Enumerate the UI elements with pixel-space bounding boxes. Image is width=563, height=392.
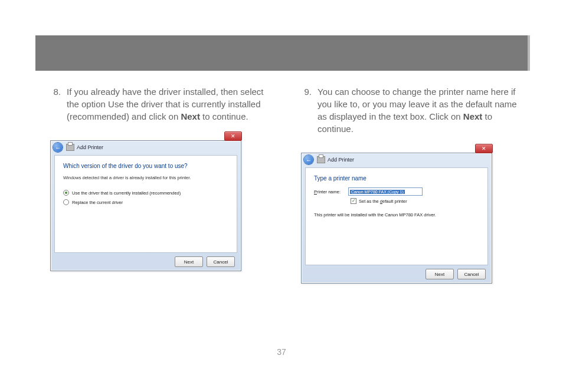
dialog-body: Type a printer name Printer name: Canon … — [305, 167, 488, 265]
step-number: 9. — [295, 85, 317, 135]
dialog-titlebar: ← Add Printer — [302, 153, 492, 166]
step-text: If you already have the driver installed… — [67, 85, 271, 123]
dialog-heading: Which version of the driver do you want … — [63, 163, 228, 169]
printer-name-input[interactable]: Canon MP780 FAX (Copy 1) — [348, 187, 423, 196]
dialog-heading: Type a printer name — [314, 175, 479, 182]
cancel-button[interactable]: Cancel — [457, 269, 486, 279]
page-number: 37 — [0, 347, 563, 357]
back-icon[interactable]: ← — [53, 143, 63, 152]
step-bold: Next — [463, 111, 483, 121]
radio-label: Replace the current driver — [72, 200, 123, 205]
column-left: 8. If you already have the driver instal… — [44, 85, 271, 284]
radio-icon — [63, 190, 69, 196]
radio-replace[interactable]: Replace the current driver — [63, 199, 228, 205]
step-text: You can choose to change the printer nam… — [317, 85, 522, 135]
back-icon[interactable]: ← — [304, 155, 313, 164]
radio-use-current[interactable]: Use the driver that is currently install… — [63, 190, 228, 196]
step-9: 9. You can choose to change the printer … — [295, 85, 522, 135]
step-8: 8. If you already have the driver instal… — [44, 85, 271, 123]
column-right: 9. You can choose to change the printer … — [295, 85, 522, 284]
dialog-titlebar: ← Add Printer — [51, 141, 241, 154]
dialog-driver-version: ✕ ← Add Printer Which version of the dri… — [50, 140, 241, 271]
cancel-button[interactable]: Cancel — [207, 256, 235, 267]
printer-name-value: Canon MP780 FAX (Copy 1) — [350, 190, 405, 194]
checkbox-label: Set as the default printer — [359, 199, 407, 204]
next-button[interactable]: Next — [175, 256, 203, 267]
default-printer-checkbox[interactable]: Set as the default printer — [351, 198, 479, 204]
printer-icon — [317, 156, 325, 163]
install-note: This printer will be installed with the … — [314, 212, 479, 218]
close-icon[interactable]: ✕ — [475, 144, 493, 153]
dialog-subtext: Windows detected that a driver is alread… — [63, 175, 228, 180]
dialog-title: Add Printer — [328, 157, 354, 163]
next-button[interactable]: Next — [425, 269, 454, 279]
dialog-body: Which version of the driver do you want … — [54, 155, 237, 253]
close-icon[interactable]: ✕ — [224, 131, 242, 141]
step-bold: Next — [181, 111, 200, 121]
printer-name-label: Printer name: — [314, 189, 348, 195]
radio-label: Use the driver that is currently install… — [72, 190, 181, 196]
printer-name-row: Printer name: Canon MP780 FAX (Copy 1) — [314, 187, 479, 196]
header-bar — [35, 35, 530, 71]
printer-icon — [66, 144, 74, 151]
checkbox-icon — [351, 198, 356, 204]
radio-icon — [63, 199, 69, 205]
step-text-b: to continue. — [200, 111, 248, 121]
step-number: 8. — [44, 85, 67, 123]
dialog-title: Add Printer — [77, 144, 103, 150]
dialog-printer-name: ✕ ← Add Printer Type a printer name Prin… — [301, 153, 492, 284]
